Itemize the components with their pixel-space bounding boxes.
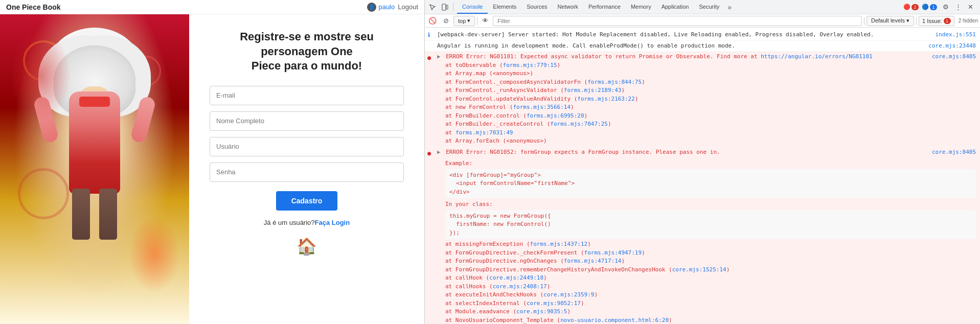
error-icon-1: ● (427, 53, 431, 62)
login-prompt-text: Já é um usuário? (264, 219, 315, 226)
email-field[interactable] (210, 86, 404, 105)
stack-item: at missingFormException (forms.mjs:1437:… (445, 240, 976, 249)
inspect-icon[interactable] (427, 2, 438, 13)
home-section: 🏠 (297, 226, 317, 261)
toolbar-separator (453, 3, 453, 11)
log-entry-error2: ● ▶ ERROR Error: NG01052: formGroup expe… (425, 147, 980, 325)
log-source-angular-dev[interactable]: core.mjs:23448 (928, 42, 976, 51)
user-avatar-icon: 👤 (367, 3, 376, 12)
user-area[interactable]: 👤 paulo Logout (367, 3, 418, 12)
more-options-icon[interactable]: ⋮ (952, 2, 964, 13)
fullname-field[interactable] (210, 111, 404, 131)
stack-link[interactable]: forms.mjs:779:15 (503, 62, 557, 68)
form-title-line1: Registre-se e mostre seu personagem One (240, 30, 374, 58)
log-source-error1[interactable]: core.mjs:8405 (932, 53, 976, 61)
stack-link[interactable]: forms.mjs:2163:22 (577, 96, 635, 102)
settings-icon[interactable]: ⚙ (940, 2, 951, 13)
stack-item: at FormGroupDirective._checkFormPresent … (445, 249, 976, 258)
stack-link[interactable]: forms.mjs:844:75 (587, 79, 642, 85)
stack-item: at FormGroupDirective.rememberChangeHist… (445, 266, 976, 274)
log-source-webpack[interactable]: index.js:551 (936, 31, 976, 39)
close-devtools-icon[interactable]: ✕ (965, 2, 976, 13)
hidden-count: 2 hidden (959, 18, 978, 24)
stack-item: at FormBuilder._createControl (forms.mjs… (445, 120, 976, 129)
app-panel: One Piece Book 👤 paulo Logout (0, 0, 424, 324)
tab-application[interactable]: Application (656, 1, 694, 14)
stack-link[interactable]: forms.mjs:1437:12 (530, 241, 588, 247)
filter-icon[interactable]: ⊘ (440, 15, 451, 27)
filter-input[interactable] (493, 16, 862, 26)
expand-arrow-2[interactable]: ▶ (437, 149, 441, 155)
device-toolbar-icon[interactable] (439, 2, 450, 13)
form-title: Registre-se e mostre seu personagem One … (210, 30, 404, 74)
stack-link[interactable]: novo-usuario.component.html:6:20 (560, 317, 669, 323)
stack-item: at FormControl._composedAsyncValidatorFn… (445, 78, 976, 87)
info-icon-1: ℹ (428, 31, 430, 40)
stack-link[interactable]: forms.mjs:7047:25 (550, 121, 608, 127)
stack-link[interactable]: forms.mjs:6995:20 (527, 112, 584, 119)
stack-link[interactable]: forms.mjs:4947:19 (584, 249, 642, 256)
stack-link[interactable]: core.mjs:9035:5 (516, 308, 567, 315)
class-label: In your class: (445, 200, 976, 209)
clear-console-icon[interactable]: 🚫 (427, 15, 438, 27)
tab-sources[interactable]: Sources (521, 1, 552, 14)
top-context-label: top (458, 18, 466, 24)
stack-item: at executeInitAndCheckHooks (core.mjs:23… (445, 291, 976, 299)
stack-link[interactable]: forms.mjs:4717:14 (564, 258, 622, 264)
top-context-button[interactable]: top ▾ (453, 16, 475, 26)
stack-item: at Array.map (<anonymous>) (445, 70, 976, 78)
tab-console[interactable]: Console (457, 1, 488, 14)
anime-image (0, 14, 189, 324)
stack-item: at Array.forEach (<anonymous>) (445, 137, 976, 146)
eye-icon[interactable]: 👁 (480, 15, 491, 27)
info-badge-container: 🔵 1 (922, 4, 937, 10)
console-log: ℹ [webpack-dev-server] Server started: H… (425, 28, 980, 324)
logout-button[interactable]: Logout (398, 3, 418, 11)
example-label: Example: (445, 159, 976, 168)
password-field[interactable] (210, 163, 404, 182)
username-field[interactable] (210, 137, 404, 156)
cadastro-button[interactable]: Cadastro (276, 191, 337, 211)
devtools-tabs: Console Elements Sources Network Perform… (456, 1, 902, 14)
stack-item: at FormBuilder.control (forms.mjs:6995:2… (445, 112, 976, 121)
tab-memory[interactable]: Memory (626, 1, 656, 14)
stack-link[interactable]: forms.mjs:3566:14 (513, 104, 571, 110)
errors-badge-container: 🔴 2 (903, 4, 919, 10)
stack-item: at callHooks (core.mjs:2408:17) (445, 283, 976, 291)
app-title: One Piece Book (6, 3, 61, 11)
tab-performance[interactable]: Performance (583, 1, 626, 14)
issues-button[interactable]: 1 Issue: 1 (919, 16, 954, 26)
stack-item: at Module.eaadvance (core.mjs:9035:5) (445, 308, 976, 316)
tab-network[interactable]: Network (553, 1, 583, 14)
login-link[interactable]: Faça Login (315, 219, 350, 226)
app-content: Registre-se e mostre seu personagem One … (0, 14, 424, 324)
stack-item: at NovoUsuarioComponent_Template (novo-u… (445, 316, 976, 325)
log-source-error2[interactable]: core.mjs:8405 (932, 148, 976, 157)
tab-elements[interactable]: Elements (488, 1, 521, 14)
stack-item: at callHook (core.mjs:2449:18) (445, 274, 976, 283)
error-text-1: ERROR Error: NG01101: Expected async val… (446, 53, 761, 60)
anime-image-inner (0, 14, 189, 324)
stack-link[interactable]: core.mjs:9052:17 (527, 300, 581, 307)
tab-security[interactable]: Security (694, 1, 724, 14)
stack-link[interactable]: forms.mjs:7031:49 (455, 129, 513, 136)
stack-link[interactable]: core.mjs:2408:17 (493, 283, 547, 290)
code-example: <div [formGroup]="myGroup"> <input formC… (445, 169, 976, 199)
log-entry-error1: ● ▶ ERROR Error: NG01101: Expected async… (425, 52, 980, 147)
devtools-topbar: Console Elements Sources Network Perform… (425, 0, 980, 14)
log-text-angular-dev: Angular is running in development mode. … (437, 42, 735, 49)
error-icon-2: ● (427, 149, 431, 158)
toolbar-divider2 (864, 17, 864, 25)
toolbar-divider (477, 17, 477, 25)
tabs-more-button[interactable]: » (724, 3, 735, 11)
expand-arrow-1[interactable]: ▶ (437, 53, 441, 60)
stack-link[interactable]: core.mjs:1525:14 (672, 266, 726, 273)
home-icon[interactable]: 🏠 (297, 237, 317, 256)
default-levels-button[interactable]: Default levels ▾ (867, 16, 914, 26)
stack-item: at toObservable (forms.mjs:779:15) (445, 61, 976, 70)
error-url-1[interactable]: https://angular.io/errors/NG01101 (761, 53, 873, 60)
stack-link[interactable]: core.mjs:2359:9 (543, 291, 594, 298)
stack-link[interactable]: forms.mjs:2189:43 (564, 87, 622, 94)
log-entry-webpack: ℹ [webpack-dev-server] Server started: H… (425, 30, 980, 41)
stack-link[interactable]: core.mjs:2449:18 (489, 274, 543, 281)
